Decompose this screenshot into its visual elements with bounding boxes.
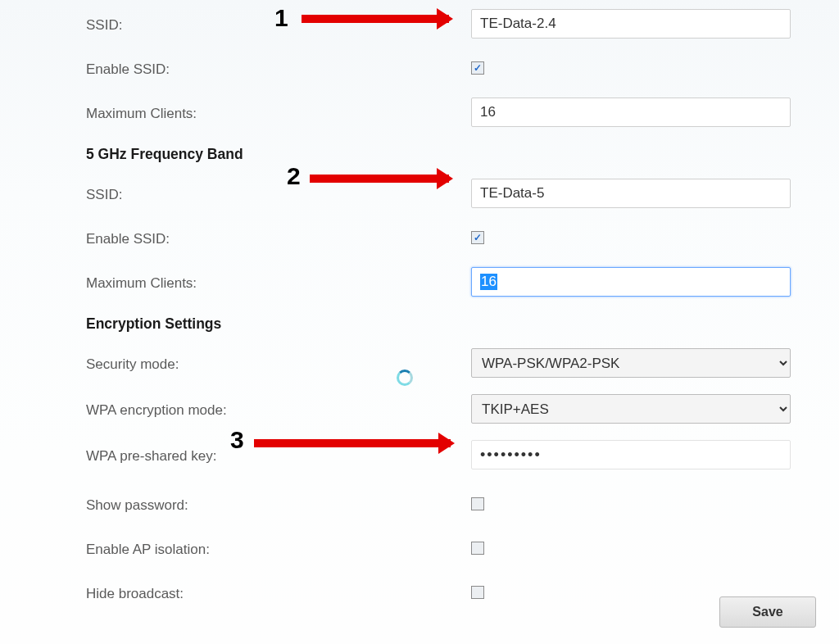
annotation-arrow-1	[302, 15, 449, 23]
hide-broadcast-checkbox[interactable]: ✓	[471, 586, 484, 599]
annotation-number-2: 2	[287, 162, 301, 190]
show-password-checkbox[interactable]: ✓	[471, 497, 484, 510]
security-mode-select[interactable]: WPA-PSK/WPA2-PSK	[471, 348, 791, 378]
psk-masked-value: •••••••••	[480, 447, 542, 464]
ssid-5-label: SSID:	[86, 184, 471, 203]
wpa-mode-label: WPA encryption mode:	[86, 399, 471, 419]
ap-isolation-checkbox[interactable]: ✓	[471, 542, 484, 555]
annotation-arrow-3	[254, 439, 451, 447]
ssid-5-input[interactable]	[471, 179, 791, 208]
psk-input[interactable]: •••••••••	[471, 440, 791, 469]
max-clients-24-label: Maximum Clients:	[86, 102, 471, 122]
loading-spinner-icon	[397, 370, 413, 386]
ap-isolation-label: Enable AP isolation:	[86, 538, 471, 558]
security-mode-label: Security mode:	[86, 353, 471, 373]
enable-ssid-24-label: Enable SSID:	[86, 58, 471, 78]
wpa-mode-select[interactable]: TKIP+AES	[471, 394, 791, 424]
encryption-header: Encryption Settings	[86, 315, 799, 333]
save-button[interactable]: Save	[719, 596, 816, 628]
max-clients-5-value: 16	[480, 274, 497, 290]
annotation-number-1: 1	[274, 4, 288, 32]
enable-ssid-5-label: Enable SSID:	[86, 228, 471, 247]
annotation-arrow-2	[310, 175, 449, 183]
ssid-24-input[interactable]	[471, 9, 791, 39]
max-clients-5-label: Maximum Clients:	[86, 272, 471, 292]
show-password-label: Show password:	[86, 494, 471, 514]
max-clients-5-input[interactable]: 16	[471, 267, 791, 297]
enable-ssid-5-checkbox[interactable]: ✓	[471, 231, 484, 244]
annotation-number-3: 3	[230, 426, 244, 454]
band5-header: 5 GHz Frequency Band	[86, 146, 799, 163]
hide-broadcast-label: Hide broadcast:	[86, 583, 471, 602]
psk-label: WPA pre-shared key:	[86, 445, 471, 465]
max-clients-24-input[interactable]	[471, 98, 791, 127]
enable-ssid-24-checkbox[interactable]: ✓	[471, 61, 484, 75]
